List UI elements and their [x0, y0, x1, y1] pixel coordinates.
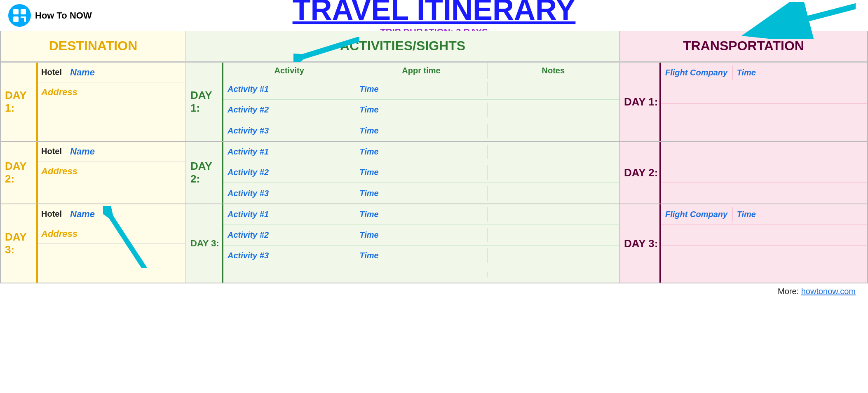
- subheader-appr-time: Appr time: [355, 63, 487, 79]
- trans-row-3-4: [661, 266, 867, 283]
- acts-cell-3-2-time: Time: [355, 228, 487, 242]
- footer: More: howtonow.com: [0, 283, 868, 299]
- trans-day-2-content: [661, 142, 867, 204]
- svg-line-7: [753, 6, 856, 33]
- acts-row-2-3: Activity #3 Time: [223, 183, 619, 204]
- svg-rect-3: [13, 16, 19, 22]
- hotel-label-2: Hotel: [41, 147, 70, 156]
- acts-cell-3-3-time: Time: [355, 248, 487, 263]
- acts-row-1-2: Activity #2 Time: [223, 100, 619, 120]
- hotel-name-3: Name: [70, 209, 182, 220]
- acts-cell-1-1-notes: [488, 87, 619, 92]
- dest-hotel-row-3: Hotel Name: [38, 204, 185, 224]
- dest-empty-row-2: [38, 181, 185, 201]
- svg-rect-1: [13, 9, 19, 14]
- trans-time-1: Time: [733, 66, 805, 80]
- dest-address-row-3: Address: [38, 224, 185, 244]
- acts-row-1-1: Activity #1 Time: [223, 79, 619, 100]
- acts-row-3-1: Activity #1 Time: [223, 204, 619, 225]
- acts-cell-3-3-notes: [488, 253, 619, 258]
- logo-text: How To NOW: [35, 10, 92, 21]
- day-row-3: DAY 3: Hotel Name Address DAY 3: Activit: [1, 204, 867, 283]
- activities-day-1: DAY 1: Activity Appr time Notes Activity…: [186, 63, 620, 141]
- acts-day-1-content: Activity Appr time Notes Activity #1 Tim…: [223, 63, 619, 141]
- acts-cell-3-1-activity: Activity #1: [223, 207, 355, 222]
- hotel-name-1: Name: [70, 67, 182, 78]
- acts-day-2-content: Activity #1 Time Activity #2 Time Activi…: [223, 142, 619, 204]
- acts-row-1-3: Activity #3 Time: [223, 120, 619, 141]
- acts-cell-3-extra-time: [355, 272, 487, 277]
- acts-cell-2-1-notes: [488, 150, 619, 154]
- destination-day-1: DAY 1: Hotel Name Address: [1, 63, 186, 141]
- svg-rect-5: [24, 16, 26, 22]
- dest-address-3: Address: [41, 229, 77, 239]
- acts-cell-1-2-notes: [488, 108, 619, 112]
- trans-day-3-label: DAY 3:: [620, 204, 661, 283]
- acts-cell-3-2-notes: [488, 233, 619, 238]
- dest-day-1-label: DAY 1:: [1, 63, 38, 141]
- trans-row-3-1: Flight Company Time: [661, 204, 867, 225]
- acts-cell-1-3-time: Time: [355, 124, 487, 138]
- trans-day-2-label: DAY 2:: [620, 142, 661, 204]
- hotel-name-2: Name: [70, 146, 182, 157]
- acts-cell-1-2-activity: Activity #2: [223, 103, 355, 117]
- hotel-label-1: Hotel: [41, 68, 70, 77]
- dest-address-row-2: Address: [38, 161, 185, 181]
- acts-cell-2-2-notes: [488, 170, 619, 175]
- trans-row-2-1: [661, 142, 867, 162]
- dest-address-1: Address: [41, 87, 77, 98]
- dest-empty-row-1: [38, 102, 185, 122]
- acts-day-1-label: DAY 1:: [186, 63, 223, 141]
- destination-day-3: DAY 3: Hotel Name Address: [1, 204, 186, 283]
- activities-day-3: DAY 3: Activity #1 Time Activity #2 Time…: [186, 204, 620, 283]
- acts-row-2-2: Activity #2 Time: [223, 162, 619, 183]
- svg-point-0: [8, 4, 31, 27]
- trans-row-1-2: [661, 83, 867, 104]
- trans-row-2-3: [661, 183, 867, 204]
- trans-row-2-2: [661, 162, 867, 183]
- acts-row-3-2: Activity #2 Time: [223, 225, 619, 246]
- acts-cell-3-extra-activity: [223, 272, 355, 277]
- destination-day-2: DAY 2: Hotel Name Address: [1, 142, 186, 204]
- main-title: TRAVEL ITINERARY: [293, 0, 576, 26]
- acts-row-2-1: Activity #1 Time: [223, 142, 619, 162]
- trans-day-3-content: Flight Company Time: [661, 204, 867, 283]
- acts-cell-1-1-activity: Activity #1: [223, 82, 355, 96]
- footer-more-label: More:: [778, 287, 799, 296]
- trans-day-1-label: DAY 1:: [620, 63, 661, 141]
- trans-company-3: Flight Company: [661, 207, 733, 222]
- acts-cell-3-extra-notes: [488, 272, 619, 277]
- transportation-day-1: DAY 1: Flight Company Time: [620, 63, 867, 141]
- acts-row-3-3: Activity #3 Time: [223, 246, 619, 266]
- activities-header-text: ACTIVITIES/SIGHTS: [340, 38, 465, 53]
- logo-area: How To NOW: [8, 4, 92, 27]
- main-table: DESTINATION ACTIVITIES/SIGHTS TRANSPORTA…: [0, 31, 868, 283]
- transportation-day-2: DAY 2:: [620, 142, 867, 204]
- subheader-notes: Notes: [488, 63, 619, 79]
- day-row-2: DAY 2: Hotel Name Address DAY 2: Activit: [1, 142, 867, 204]
- activities-day-2: DAY 2: Activity #1 Time Activity #2 Time…: [186, 142, 620, 204]
- trans-time-3: Time: [733, 207, 805, 222]
- footer-link[interactable]: howtonow.com: [801, 287, 856, 296]
- dest-day-2-label: DAY 2:: [1, 142, 38, 204]
- logo-icon: [8, 4, 31, 27]
- acts-cell-2-1-activity: Activity #1: [223, 145, 355, 159]
- dest-day-3-content: Hotel Name Address: [38, 204, 185, 283]
- acts-cell-2-3-time: Time: [355, 186, 487, 201]
- acts-day-2-label: DAY 2:: [186, 142, 223, 204]
- transportation-header: TRANSPORTATION: [620, 31, 867, 62]
- acts-row-3-extra: [223, 266, 619, 283]
- acts-cell-2-3-notes: [488, 191, 619, 196]
- trans-row-3-3: [661, 246, 867, 266]
- acts-cell-3-2-activity: Activity #2: [223, 228, 355, 242]
- acts-cell-3-1-time: Time: [355, 207, 487, 222]
- dest-empty-row-3: [38, 244, 185, 264]
- subheader-activity: Activity: [223, 63, 355, 79]
- acts-cell-2-1-time: Time: [355, 145, 487, 159]
- trans-company-1: Flight Company: [661, 66, 733, 80]
- transportation-day-3: DAY 3: Flight Company Time: [620, 204, 867, 283]
- activities-header: ACTIVITIES/SIGHTS: [186, 31, 620, 62]
- hotel-label-3: Hotel: [41, 209, 70, 219]
- acts-day-3-label: DAY 3:: [186, 204, 223, 283]
- day-row-1: DAY 1: Hotel Name Address DAY 1:: [1, 63, 867, 142]
